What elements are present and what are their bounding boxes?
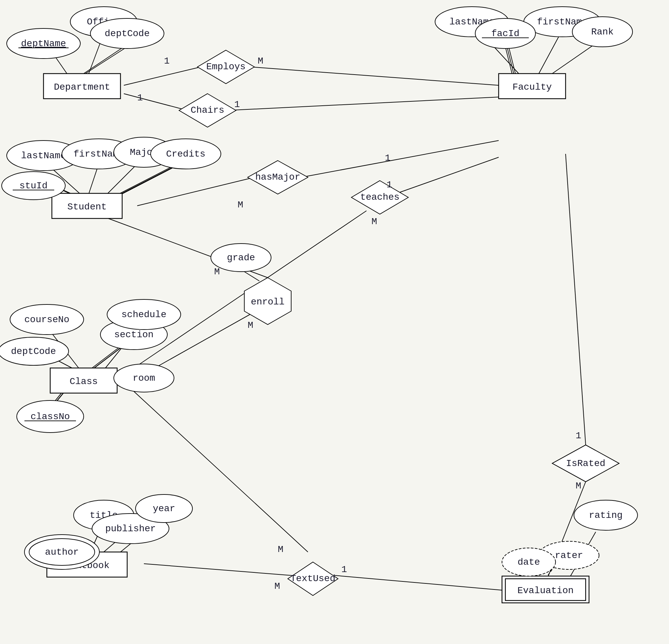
svg-line-37 (395, 157, 499, 194)
enroll-card-m-cls: M (248, 320, 253, 330)
svg-line-24 (301, 141, 499, 177)
teaches-label: teaches (360, 192, 400, 202)
svg-line-41 (334, 575, 506, 590)
svg-line-5 (251, 67, 499, 85)
israted-card-1-fac: 1 (575, 431, 581, 441)
rank-label: Rank (591, 27, 613, 37)
evaluation-label: Evaluation (517, 585, 574, 596)
teaches-card-m: M (371, 216, 377, 227)
enroll-card-m-stu: M (214, 267, 220, 277)
israted-card-m: M (575, 481, 581, 491)
deptcode-label-dept: deptCode (105, 28, 150, 39)
svg-line-20 (119, 166, 174, 194)
date-label: date (517, 557, 540, 568)
enroll-label: enroll (251, 297, 285, 307)
svg-line-22 (121, 166, 176, 194)
textused-card-m-text: M (274, 581, 280, 591)
chairs-label: Chairs (191, 105, 225, 115)
deptcode-label-class: deptCode (11, 346, 56, 357)
faculty-label: Faculty (512, 82, 552, 92)
svg-line-12 (509, 47, 515, 74)
svg-line-40 (144, 564, 291, 575)
department-label: Department (54, 82, 110, 92)
credits-label: Credits (166, 149, 205, 159)
employs-label: Employs (206, 61, 246, 72)
svg-line-19 (107, 164, 137, 194)
hasmajor-card-m: M (238, 200, 243, 210)
facid-label: facId (491, 28, 519, 39)
stuid-label: stuId (19, 181, 47, 191)
israted-label: IsRated (566, 458, 606, 469)
textused-card-1: 1 (341, 564, 347, 575)
publisher-label: publisher (105, 524, 156, 534)
hasmajor-label: hasMajor (255, 172, 300, 182)
classno-label: classNo (30, 412, 70, 422)
courseno-label: courseNo (25, 314, 69, 325)
svg-line-7 (228, 97, 499, 110)
deptname-label: deptName (21, 39, 66, 49)
chairs-card-1-dept: 1 (137, 93, 143, 103)
section-label: section (114, 330, 154, 340)
svg-line-6 (124, 94, 187, 110)
class-label: Class (70, 376, 98, 387)
lastname-label-stu: lastName (21, 151, 66, 161)
svg-line-4 (124, 67, 201, 85)
rater-label: rater (555, 550, 583, 561)
svg-line-13 (552, 43, 596, 74)
rating-label: rating (589, 510, 623, 520)
svg-line-21 (120, 167, 175, 195)
svg-line-42 (566, 154, 586, 445)
svg-line-2 (84, 47, 124, 74)
hasmajor-card-1: 1 (385, 153, 390, 163)
textused-card-m-class: M (278, 544, 283, 555)
author-label: author (45, 547, 79, 557)
employs-card-m: M (258, 56, 264, 66)
svg-line-11 (507, 47, 514, 74)
svg-line-23 (137, 177, 254, 206)
chairs-card-1-fac: 1 (234, 99, 240, 110)
teaches-card-1: 1 (386, 180, 392, 190)
textused-label: TextUsed (290, 573, 335, 584)
room-label: room (132, 373, 155, 383)
svg-line-55 (244, 272, 259, 281)
year-label: year (153, 503, 175, 514)
student-label: Student (67, 202, 107, 212)
svg-line-3 (85, 48, 126, 74)
schedule-label: schedule (122, 310, 166, 320)
employs-card-1: 1 (164, 56, 170, 66)
grade-label: grade (227, 253, 255, 263)
